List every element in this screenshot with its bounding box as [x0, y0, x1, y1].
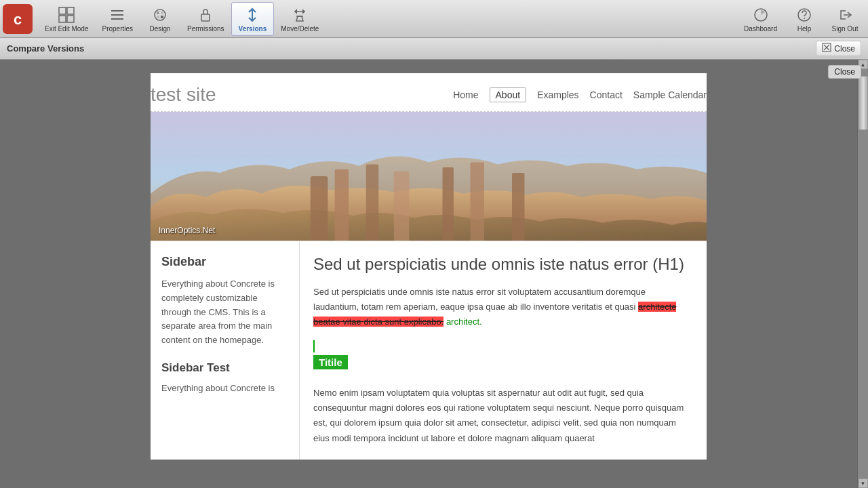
svg-point-21	[804, 18, 805, 19]
cursor-container	[313, 338, 693, 355]
svg-rect-4	[59, 16, 66, 22]
hero-caption: InnerOptics.Net	[159, 226, 215, 235]
nav-contact[interactable]: Contact	[590, 89, 623, 100]
svg-rect-26	[311, 176, 328, 241]
app-logo: c	[3, 4, 33, 34]
sidebar: Sidebar Everything about Concrete is com…	[151, 241, 300, 460]
svg-rect-3	[67, 7, 74, 14]
sidebar-text: Everything about Concrete is completely …	[161, 277, 288, 348]
compare-panel-title: Compare Versions	[7, 43, 809, 54]
site-logo-text: test site	[151, 84, 216, 106]
close-top-right-button[interactable]: Close	[828, 65, 861, 79]
svg-rect-14	[201, 14, 210, 21]
move-delete-icon	[290, 5, 309, 24]
dashboard-icon	[751, 5, 770, 24]
svg-rect-11	[161, 12, 163, 14]
permissions-icon	[196, 5, 215, 24]
para1-green-text: architect.	[446, 317, 482, 327]
nav-sample-calendar[interactable]: Sample Calendar	[633, 89, 707, 100]
nav-home[interactable]: Home	[453, 89, 478, 100]
text-cursor	[313, 340, 315, 352]
design-label: Design	[149, 25, 170, 33]
permissions-button[interactable]: Permissions	[180, 2, 231, 36]
move-delete-label: Move/Delete	[281, 25, 319, 33]
exit-edit-mode-icon	[57, 5, 76, 24]
scrollbar-arrow-down[interactable]: ▼	[859, 479, 868, 488]
content-paragraph-2: Nemo enim ipsam voluptatem quia voluptas…	[313, 386, 693, 445]
svg-rect-29	[394, 171, 410, 241]
compare-close-label: Close	[834, 44, 855, 54]
versions-label: Versions	[239, 25, 267, 33]
dashboard-label: Dashboard	[744, 25, 777, 33]
svg-rect-31	[471, 163, 485, 241]
sign-out-icon	[835, 5, 854, 24]
sign-out-button[interactable]: Sign Out	[825, 2, 865, 36]
svg-point-9	[155, 9, 165, 20]
nav-examples[interactable]: Examples	[537, 89, 578, 100]
svg-rect-2	[59, 7, 66, 14]
content-title-badge: Titile	[313, 355, 348, 369]
help-button[interactable]: Help	[784, 2, 825, 36]
properties-icon	[108, 5, 127, 24]
content-paragraph-1: Sed ut perspiciatis unde omnis iste natu…	[313, 285, 693, 329]
versions-icon	[243, 5, 262, 24]
svg-rect-13	[161, 16, 163, 18]
svg-marker-17	[302, 9, 305, 14]
svg-rect-12	[157, 16, 159, 18]
svg-rect-27	[335, 169, 349, 241]
nav-about[interactable]: About	[490, 87, 527, 102]
content-outer: test site Home About Examples Contact Sa…	[0, 60, 868, 488]
properties-button[interactable]: Properties	[95, 2, 140, 36]
compare-close-button[interactable]: Close	[816, 41, 861, 56]
exit-edit-mode-label: Exit Edit Mode	[45, 25, 88, 33]
hero-image: InnerOptics.Net	[151, 112, 707, 241]
svg-rect-30	[443, 167, 454, 241]
design-icon	[151, 5, 170, 24]
scrollbar-track: ▲ ▼	[857, 60, 868, 488]
content-heading: Sed ut perspiciatis unde omnis iste natu…	[313, 255, 693, 274]
page-content: test site Home About Examples Contact Sa…	[0, 60, 857, 488]
toolbar-right: Dashboard Help Sign Out	[737, 2, 865, 36]
sidebar-test-title: Sidebar Test	[161, 361, 288, 375]
sidebar-test-text: Everything about Concrete is	[161, 382, 288, 396]
permissions-label: Permissions	[187, 25, 224, 33]
help-icon	[795, 5, 814, 24]
main-content: Sed ut perspiciatis unde omnis iste natu…	[300, 241, 707, 460]
scrollbar-thumb[interactable]	[859, 76, 868, 130]
sign-out-label: Sign Out	[832, 25, 859, 33]
properties-label: Properties	[102, 25, 133, 33]
compare-versions-panel: Compare Versions Close Close test site H…	[0, 38, 868, 488]
move-delete-button[interactable]: Move/Delete	[274, 2, 326, 36]
toolbar: c Exit Edit Mode Properties Design Permi…	[0, 0, 868, 38]
dashboard-button[interactable]: Dashboard	[737, 2, 784, 36]
compare-header: Compare Versions Close	[0, 38, 868, 60]
sidebar-title: Sidebar	[161, 255, 288, 269]
exit-edit-mode-button[interactable]: Exit Edit Mode	[38, 2, 95, 36]
design-button[interactable]: Design	[140, 2, 180, 36]
svg-marker-16	[294, 9, 297, 14]
svg-rect-10	[157, 12, 159, 14]
site-navigation: test site Home About Examples Contact Sa…	[151, 73, 707, 112]
svg-text:c: c	[14, 11, 22, 28]
versions-button[interactable]: Versions	[231, 2, 275, 36]
close-icon-square	[822, 43, 831, 54]
para1-normal-text: Sed ut perspiciatis unde omnis iste natu…	[313, 287, 646, 312]
help-label: Help	[797, 25, 812, 33]
svg-rect-5	[67, 16, 74, 22]
site-wrapper: test site Home About Examples Contact Sa…	[151, 73, 707, 460]
nav-links: Home About Examples Contact Sample Calen…	[453, 87, 707, 102]
two-column-layout: Sidebar Everything about Concrete is com…	[151, 241, 707, 460]
svg-rect-32	[512, 173, 524, 241]
svg-rect-28	[366, 165, 378, 241]
